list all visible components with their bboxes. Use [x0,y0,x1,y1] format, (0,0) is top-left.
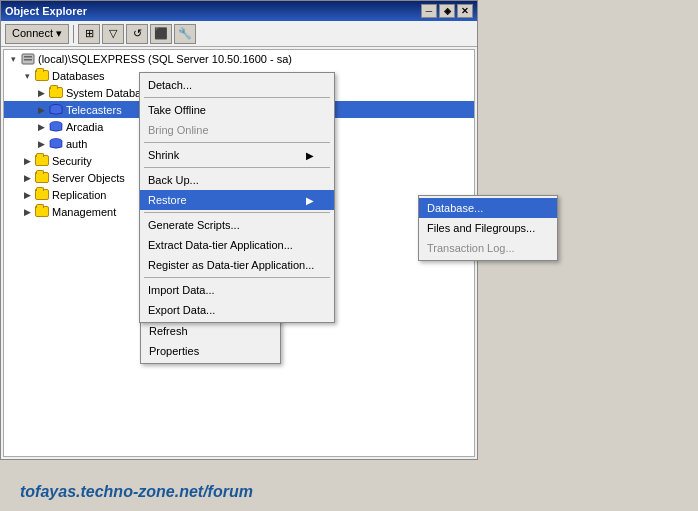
properties-label: Properties [149,345,199,357]
title-bar: Object Explorer ─ ◈ ✕ [1,1,477,21]
replication-expander: ▶ [20,188,34,202]
extract-datatier-label: Extract Data-tier Application... [148,239,293,251]
tasks-restore[interactable]: Restore ▶ [140,190,334,210]
shrink-arrow: ▶ [306,150,314,161]
connect-label: Connect ▾ [12,27,62,40]
title-bar-buttons: ─ ◈ ✕ [421,4,473,18]
import-data-label: Import Data... [148,284,215,296]
auth-label: auth [66,138,87,150]
refresh-icon: ↺ [133,27,142,40]
tasks-export-data[interactable]: Export Data... [140,300,334,320]
tasks-register-datatier[interactable]: Register as Data-tier Application... [140,255,334,275]
backup-label: Back Up... [148,174,199,186]
tasks-extract-datatier[interactable]: Extract Data-tier Application... [140,235,334,255]
telecasters-label: Telecasters [66,104,122,116]
auth-icon [48,136,64,152]
take-offline-label: Take Offline [148,104,206,116]
tasks-take-offline[interactable]: Take Offline [140,100,334,120]
minimize-button[interactable]: ─ [421,4,437,18]
generate-scripts-label: Generate Scripts... [148,219,240,231]
tasks-sep-2 [144,142,330,143]
databases-expander: ▾ [20,69,34,83]
management-expander: ▶ [20,205,34,219]
toolbar-separator-1 [73,25,74,43]
connect-button[interactable]: Connect ▾ [5,24,69,44]
stop-button[interactable]: ⬛ [150,24,172,44]
server-objects-expander: ▶ [20,171,34,185]
telecasters-icon [48,102,64,118]
auth-expander: ▶ [34,137,48,151]
tasks-detach[interactable]: Detach... [140,75,334,95]
replication-label: Replication [52,189,106,201]
filter-settings-icon: ▽ [109,27,117,40]
security-expander: ▶ [20,154,34,168]
restore-transaction-label: Transaction Log... [427,242,515,254]
arcadia-expander: ▶ [34,120,48,134]
svg-rect-1 [24,56,32,58]
tasks-sep-3 [144,167,330,168]
bring-online-label: Bring Online [148,124,209,136]
toolbar: Connect ▾ ⊞ ▽ ↺ ⬛ 🔧 [1,21,477,47]
arcadia-label: Arcadia [66,121,103,133]
menu-properties[interactable]: Properties [141,341,280,361]
management-icon [34,204,50,220]
properties-button[interactable]: 🔧 [174,24,196,44]
restore-database-label: Database... [427,202,483,214]
filter-settings-button[interactable]: ▽ [102,24,124,44]
management-label: Management [52,206,116,218]
telecasters-expander: ▶ [34,103,48,117]
databases-folder-icon [34,68,50,84]
server-node[interactable]: ▾ (local)\SQLEXPRESS (SQL Server 10.50.1… [4,50,474,67]
tasks-sep-1 [144,97,330,98]
window-title: Object Explorer [5,5,87,17]
server-label: (local)\SQLEXPRESS (SQL Server 10.50.160… [38,53,292,65]
restore-arrow: ▶ [306,195,314,206]
watermark-text: tofayas.techno-zone.net/forum [20,483,253,500]
system-db-folder-icon [48,85,64,101]
properties-icon: 🔧 [178,27,192,40]
restore-label: Restore [148,194,187,206]
pin-button[interactable]: ◈ [439,4,455,18]
filter-icon: ⊞ [85,27,94,40]
tasks-generate-scripts[interactable]: Generate Scripts... [140,215,334,235]
close-button[interactable]: ✕ [457,4,473,18]
system-db-expander: ▶ [34,86,48,100]
shrink-label: Shrink [148,149,179,161]
databases-label: Databases [52,70,105,82]
tasks-shrink[interactable]: Shrink ▶ [140,145,334,165]
restore-files-filegroups[interactable]: Files and Filegroups... [419,218,557,238]
menu-refresh[interactable]: Refresh [141,321,280,341]
tasks-submenu: Detach... Take Offline Bring Online Shri… [139,72,335,323]
tasks-sep-5 [144,277,330,278]
detach-label: Detach... [148,79,192,91]
tasks-import-data[interactable]: Import Data... [140,280,334,300]
stop-icon: ⬛ [154,27,168,40]
refresh-label: Refresh [149,325,188,337]
restore-files-label: Files and Filegroups... [427,222,535,234]
security-folder-icon [34,153,50,169]
filter-button[interactable]: ⊞ [78,24,100,44]
register-datatier-label: Register as Data-tier Application... [148,259,314,271]
security-label: Security [52,155,92,167]
refresh-button[interactable]: ↺ [126,24,148,44]
tasks-bring-online[interactable]: Bring Online [140,120,334,140]
tasks-backup[interactable]: Back Up... [140,170,334,190]
server-expander: ▾ [6,52,20,66]
svg-rect-2 [24,59,32,61]
export-data-label: Export Data... [148,304,215,316]
server-objects-label: Server Objects [52,172,125,184]
restore-transaction-log[interactable]: Transaction Log... [419,238,557,258]
tasks-sep-4 [144,212,330,213]
restore-database[interactable]: Database... [419,198,557,218]
server-icon [20,51,36,67]
watermark: tofayas.techno-zone.net/forum [20,483,253,501]
server-objects-icon [34,170,50,186]
replication-icon [34,187,50,203]
restore-submenu: Database... Files and Filegroups... Tran… [418,195,558,261]
arcadia-icon [48,119,64,135]
